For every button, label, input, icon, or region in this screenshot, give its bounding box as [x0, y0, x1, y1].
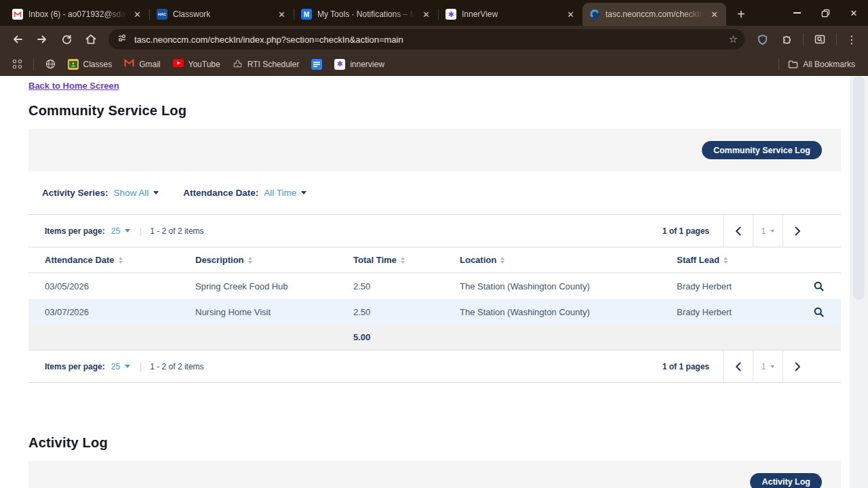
- close-icon[interactable]: ✕: [709, 9, 719, 20]
- tab-classwork[interactable]: HAC Classwork ✕: [150, 3, 294, 26]
- tab-innerview[interactable]: ✱ InnerView ✕: [439, 3, 583, 26]
- bookmark-label: YouTube: [189, 60, 220, 69]
- chevron-left-icon: [735, 362, 741, 371]
- bookmark-classes[interactable]: Classes: [63, 57, 117, 72]
- per-page-dropdown[interactable]: 25: [111, 226, 130, 236]
- close-window-button[interactable]: ✕: [840, 0, 868, 26]
- page-count-text: 1 of 1 pages: [649, 350, 723, 382]
- community-service-log-button[interactable]: Community Service Log: [702, 141, 822, 159]
- tab-title: Classwork: [173, 9, 271, 19]
- table-row: 03/05/2026 Spring Creek Food Hub 2.50 Th…: [28, 273, 841, 299]
- restore-button[interactable]: [811, 0, 840, 26]
- site-settings-icon[interactable]: [117, 33, 127, 46]
- bookmark-gmail[interactable]: Gmail: [119, 57, 165, 71]
- divider: |: [140, 226, 142, 236]
- attendance-date-label: Attendance Date:: [183, 188, 258, 198]
- per-page-dropdown[interactable]: 25: [111, 362, 130, 371]
- cell-staff-lead: Brady Herbert: [677, 281, 814, 291]
- reload-icon[interactable]: [56, 28, 77, 50]
- cell-total-time: 2.50: [353, 307, 460, 317]
- window-controls: ✕: [783, 0, 868, 26]
- chevron-right-icon: [795, 226, 801, 236]
- cell-location: The Station (Washington County): [460, 281, 677, 291]
- innerview-favicon: ✱: [446, 9, 456, 20]
- folder-icon: [788, 60, 798, 68]
- tab-mytools[interactable]: M My Tools · Notifications – Min ✕: [294, 3, 438, 26]
- table-total-row: 5.00: [28, 325, 841, 350]
- row-search-button[interactable]: [814, 281, 842, 291]
- header-total-time[interactable]: Total Time: [353, 255, 460, 265]
- tab-title: Inbox (6) - ao071932@sdale.o: [28, 9, 127, 19]
- cell-attendance-date: 03/05/2026: [45, 281, 195, 291]
- activity-series-dropdown[interactable]: Show All: [114, 188, 159, 198]
- magnifier-icon: [814, 281, 824, 291]
- pagination-bottom: Items per page: 25 | 1 - 2 of 2 items 1 …: [28, 350, 841, 383]
- minimize-button[interactable]: [783, 0, 811, 26]
- header-description[interactable]: Description: [195, 255, 353, 265]
- globe-bookmark-icon[interactable]: [41, 57, 60, 71]
- bookmarks-divider: [778, 58, 779, 70]
- chevron-down-icon: [301, 191, 307, 195]
- url-text[interactable]: tasc.neonccm.com/checkIn/index.php?secti…: [134, 35, 722, 45]
- prev-page-button[interactable]: [723, 350, 753, 382]
- table-row: 03/07/2026 Nursing Home Visit 2.50 The S…: [28, 299, 841, 325]
- close-icon[interactable]: ✕: [132, 9, 142, 20]
- next-page-button[interactable]: [783, 215, 812, 247]
- close-icon[interactable]: ✕: [421, 9, 431, 20]
- bookmarks-bar: Classes Gmail YouTube RTI Scheduler ✱ in…: [0, 53, 868, 76]
- activity-log-title: Activity Log: [28, 435, 841, 451]
- tab-title: InnerView: [462, 9, 560, 19]
- activity-log-button[interactable]: Activity Log: [750, 473, 822, 488]
- page-number-dropdown[interactable]: 1: [753, 350, 783, 382]
- cell-description: Nursing Home Visit: [195, 307, 353, 317]
- cell-total-time: 2.50: [353, 281, 460, 291]
- community-header-band: Community Service Log: [28, 129, 841, 171]
- tab-search-icon[interactable]: [809, 28, 831, 50]
- sort-icon: [500, 257, 505, 264]
- tab-neonccm-active[interactable]: tasc.neonccm.com/checkIn/in ✕: [583, 3, 726, 26]
- bookmark-youtube[interactable]: YouTube: [168, 57, 225, 71]
- header-staff-lead[interactable]: Staff Lead: [677, 255, 814, 265]
- magnifier-icon: [814, 307, 824, 317]
- back-to-home-link[interactable]: Back to Home Screen: [28, 81, 119, 91]
- page-scrollbar[interactable]: [850, 76, 868, 488]
- menu-dots-icon[interactable]: ⋮: [842, 33, 861, 46]
- bookmark-star-icon[interactable]: ☆: [729, 33, 738, 45]
- prev-page-button[interactable]: [723, 215, 753, 247]
- tab-inbox[interactable]: Inbox (6) - ao071932@sdale.o ✕: [5, 3, 149, 26]
- bookmark-blue-doc[interactable]: [307, 57, 327, 72]
- cell-attendance-date: 03/07/2026: [45, 307, 195, 317]
- header-location[interactable]: Location: [460, 255, 677, 265]
- attendance-date-dropdown[interactable]: All Time: [264, 188, 307, 198]
- next-page-button[interactable]: [783, 350, 812, 382]
- apps-grid-icon[interactable]: [8, 58, 26, 70]
- bookmarks-divider: [33, 58, 34, 70]
- extensions-icon[interactable]: [776, 28, 797, 50]
- bookmark-rti-scheduler[interactable]: RTI Scheduler: [228, 56, 304, 73]
- gmail-favicon: [12, 9, 23, 20]
- table-header-row: Attendance Date Description Total Time L…: [28, 247, 841, 273]
- back-icon[interactable]: [7, 28, 28, 50]
- address-bar[interactable]: tasc.neonccm.com/checkIn/index.php?secti…: [108, 29, 745, 49]
- close-icon[interactable]: ✕: [277, 9, 287, 20]
- bookmark-label: innerview: [350, 60, 384, 69]
- cell-description: Spring Creek Food Hub: [195, 281, 353, 291]
- forward-icon[interactable]: [31, 28, 53, 50]
- close-icon[interactable]: ✕: [566, 9, 576, 20]
- row-search-button[interactable]: [814, 307, 842, 317]
- page-number-dropdown[interactable]: 1: [753, 215, 783, 247]
- new-tab-button[interactable]: +: [733, 7, 749, 22]
- divider: |: [140, 362, 142, 371]
- pagination-top: Items per page: 25 | 1 - 2 of 2 items 1 …: [28, 214, 841, 247]
- chevron-down-icon: [125, 229, 130, 232]
- toolbar-divider: [836, 33, 837, 45]
- header-attendance-date[interactable]: Attendance Date: [45, 255, 195, 265]
- sort-icon: [119, 257, 123, 264]
- scrollbar-thumb[interactable]: [853, 76, 865, 300]
- blue-doc-icon: [311, 59, 322, 70]
- home-icon[interactable]: [80, 28, 102, 50]
- shield-icon[interactable]: [751, 28, 773, 50]
- all-bookmarks-button[interactable]: All Bookmarks: [783, 58, 860, 71]
- bookmark-innerview[interactable]: ✱ innerview: [330, 57, 389, 72]
- all-bookmarks-label: All Bookmarks: [803, 60, 855, 69]
